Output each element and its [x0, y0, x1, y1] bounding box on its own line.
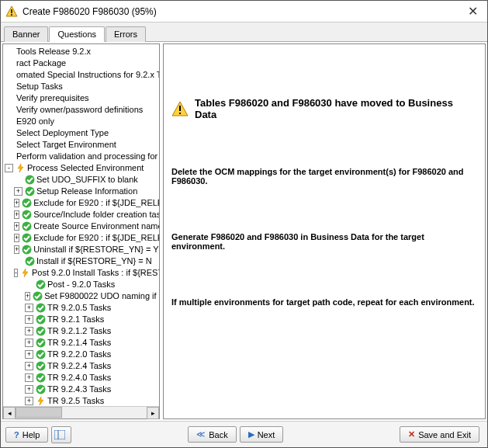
tree-view[interactable]: Tools Release 9.2.xract Packageomated Sp… — [3, 44, 159, 406]
tab-errors[interactable]: Errors — [106, 26, 146, 42]
tree-expander[interactable]: + — [25, 327, 33, 335]
tree-label: Select Deployment Type — [16, 127, 109, 139]
tree-expander-none — [14, 175, 22, 184]
tree-label: TR 9.2.1.4 Tasks — [47, 337, 111, 349]
tree-item[interactable]: -Process Selected Environment — [3, 162, 159, 174]
scroll-thumb[interactable] — [16, 407, 62, 418]
svg-rect-29 — [179, 106, 181, 111]
app-icon — [5, 5, 18, 18]
tree-expander[interactable]: + — [25, 339, 33, 347]
svg-marker-12 — [22, 269, 28, 277]
tree-expander[interactable]: + — [14, 234, 19, 242]
tree-item[interactable]: +TR 9.2.1.2 Tasks — [3, 325, 159, 337]
tree-label: TR 9.2.4.0 Tasks — [47, 372, 111, 384]
tree-label: Exclude for E920 : if ${JDE_RELEASE — [33, 232, 159, 244]
tree-item[interactable]: Post - 9.2.0 Tasks — [3, 279, 159, 290]
tree-item[interactable]: +TR 9.2.1.4 Tasks — [3, 337, 159, 349]
tree-item[interactable]: +TR 9.2.1 Tasks — [3, 314, 159, 325]
tree-expander[interactable]: - — [14, 269, 18, 277]
tree-item[interactable]: +TR 9.2.0.5 Tasks — [3, 302, 159, 314]
save-label: Save and Exit — [418, 430, 471, 439]
back-icon: ≪ — [196, 429, 206, 439]
button-bar: ?Help ≪Back ▶Next ✕Save and Exit — [1, 421, 487, 447]
tree-item[interactable]: +Exclude for E920 : if ${JDE_RELEASE — [3, 232, 159, 244]
tree-item[interactable]: +Exclude for E920 : if ${JDE_RELEASE — [3, 197, 159, 209]
tree-expander[interactable]: - — [5, 164, 13, 172]
tree-expander[interactable]: + — [25, 373, 33, 382]
tree-item[interactable]: omated Special Instructions for 9.2.x To… — [3, 69, 159, 81]
tree-label: Set F9800022 UDO naming if BL — [44, 290, 159, 302]
close-icon: ✕ — [408, 429, 415, 439]
help-button[interactable]: ?Help — [5, 427, 48, 443]
tree-item[interactable]: Setup Tasks — [3, 81, 159, 92]
back-button[interactable]: ≪Back — [188, 426, 236, 443]
tree-item[interactable]: Set UDO_SUFFIX to blank — [3, 174, 159, 186]
tree-expander[interactable]: + — [25, 304, 33, 312]
scroll-track[interactable] — [16, 407, 147, 419]
tree-expander[interactable]: + — [14, 245, 19, 254]
tree-label: Set UDO_SUFFIX to blank — [36, 174, 138, 186]
tree-expander[interactable]: + — [14, 222, 19, 231]
tree-hscroll[interactable]: ◂ ▸ — [3, 406, 159, 418]
tree-label: Post - 9.2.0 Tasks — [47, 279, 115, 290]
tree-expander[interactable]: + — [25, 350, 33, 359]
tree-item[interactable]: Tools Release 9.2.x — [3, 46, 159, 57]
tree-expander[interactable]: + — [25, 315, 33, 324]
next-button[interactable]: ▶Next — [240, 426, 284, 443]
svg-rect-31 — [54, 430, 65, 439]
tree-item[interactable]: E920 only — [3, 116, 159, 127]
tree-label: Create Source Environment name — [33, 221, 159, 232]
tree-item[interactable]: -Post 9.2.0 Install Tasks : if ${RESTO — [3, 267, 159, 279]
layout-toggle-button[interactable] — [51, 426, 71, 443]
tree-label: omated Special Instructions for 9.2.x To… — [16, 69, 159, 81]
tree-expander[interactable]: + — [14, 210, 19, 219]
tree-expander[interactable]: + — [14, 187, 22, 196]
tab-banner[interactable]: Banner — [4, 26, 48, 42]
tree-pane: Tools Release 9.2.xract Packageomated Sp… — [2, 43, 160, 419]
tree-item[interactable]: Perform validation and processing for th… — [3, 151, 159, 162]
tree-item[interactable]: Select Deployment Type — [3, 127, 159, 139]
tree-item[interactable]: +TR 9.2.2.4 Tasks — [3, 360, 159, 372]
tree-expander[interactable]: + — [14, 199, 19, 207]
tab-questions[interactable]: Questions — [49, 26, 105, 42]
tree-item[interactable]: Select Target Environment — [3, 139, 159, 151]
tree-label: Uninstall if ${RESTORE_YN} = Y an — [33, 244, 159, 255]
tree-item[interactable]: +Create Source Environment name — [3, 221, 159, 232]
tree-label: Source/Include folder creation tasks — [33, 209, 159, 221]
tree-expander-none — [14, 257, 22, 266]
tree-item[interactable]: Verify owner/password definitions — [3, 104, 159, 116]
tree-item[interactable]: ract Package — [3, 57, 159, 69]
tree-label: Setup Tasks — [16, 81, 63, 92]
tree-label: Install if ${RESTORE_YN} = N — [36, 255, 152, 267]
tree-item[interactable]: +Setup Release Information — [3, 186, 159, 197]
tab-strip: Banner Questions Errors — [1, 23, 487, 42]
tree-item[interactable]: +TR 9.2.4.0 Tasks — [3, 372, 159, 384]
scroll-left-button[interactable]: ◂ — [3, 407, 16, 419]
tree-item[interactable]: +TR 9.2.4.3 Tasks — [3, 384, 159, 395]
tree-item[interactable]: +TR 9.2.5 Tasks — [3, 395, 159, 406]
tree-expander[interactable]: + — [25, 385, 33, 394]
tree-expander[interactable]: + — [25, 397, 33, 405]
svg-rect-30 — [179, 113, 181, 114]
tree-label: Select Target Environment — [16, 139, 116, 151]
tree-item[interactable]: +Set F9800022 UDO naming if BL — [3, 290, 159, 302]
close-button[interactable]: ✕ — [463, 4, 483, 19]
content-para-3: If multiple environments for target path… — [171, 297, 477, 307]
tree-expander[interactable]: + — [25, 292, 30, 300]
tree-expander[interactable]: + — [25, 362, 33, 370]
tree-label: TR 9.2.4.3 Tasks — [47, 384, 111, 395]
heading-row: Tables F986020 and F986030 have moved to… — [171, 97, 477, 120]
tree-item[interactable]: Verify prerequisites — [3, 92, 159, 104]
warning-icon — [171, 100, 189, 117]
content-para-1: Delete the OCM mappings for the target e… — [171, 167, 477, 186]
tree-label: TR 9.2.2.4 Tasks — [47, 360, 111, 372]
save-and-exit-button[interactable]: ✕Save and Exit — [400, 426, 479, 443]
svg-marker-23 — [38, 397, 43, 405]
tree-item[interactable]: +TR 9.2.2.0 Tasks — [3, 349, 159, 360]
tree-item[interactable]: +Source/Include folder creation tasks — [3, 209, 159, 221]
help-label: Help — [22, 430, 40, 439]
scroll-right-button[interactable]: ▸ — [147, 407, 159, 419]
tree-label: Setup Release Information — [36, 186, 137, 197]
tree-item[interactable]: +Uninstall if ${RESTORE_YN} = Y an — [3, 244, 159, 255]
tree-item[interactable]: Install if ${RESTORE_YN} = N — [3, 255, 159, 267]
